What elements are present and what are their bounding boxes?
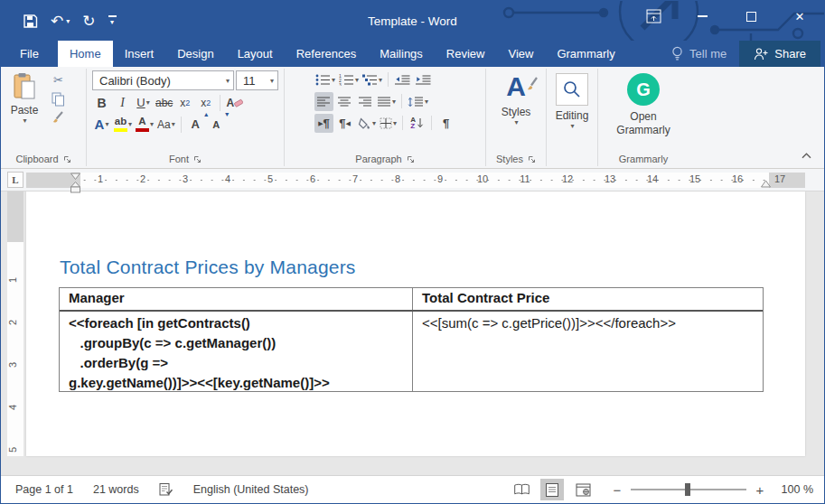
line-spacing-button[interactable]: ▾ [407, 92, 429, 111]
read-mode-button[interactable] [510, 479, 533, 500]
font-name-value: Calibri (Body) [99, 74, 225, 88]
font-name-select[interactable]: Calibri (Body) ▾ [92, 70, 234, 90]
text-highlight-button[interactable]: ab▾ [113, 115, 133, 134]
proofing-status[interactable] [159, 482, 173, 497]
read-mode-icon [513, 483, 530, 496]
eraser-icon [234, 98, 243, 107]
tab-view[interactable]: View [496, 41, 545, 67]
justify-button[interactable]: ▾ [377, 92, 397, 111]
web-layout-button[interactable] [571, 479, 595, 500]
styles-dialog-launcher-icon[interactable] [528, 155, 536, 163]
highlight-label: ab [114, 117, 127, 132]
tab-insert[interactable]: Insert [113, 41, 166, 67]
table-header-total-price[interactable]: Total Contract Price [413, 288, 763, 310]
tab-file[interactable]: File [1, 41, 58, 67]
indent-markers[interactable] [70, 173, 81, 194]
clipboard-dialog-launcher-icon[interactable] [63, 155, 71, 163]
document-page[interactable]: Total Contract Prices by Managers Manage… [26, 191, 805, 456]
document-heading[interactable]: Total Contract Prices by Managers [60, 257, 356, 278]
paragraph-group: ▾ 123▾ ▾ ▾ ▾ [285, 67, 485, 168]
zoom-out-button[interactable]: − [611, 482, 623, 498]
rtl-paragraph-button[interactable]: ¶◀ [335, 114, 354, 133]
page-number-status[interactable]: Page 1 of 1 [15, 483, 73, 496]
multilevel-list-button[interactable]: ▾ [361, 70, 383, 89]
tab-layout[interactable]: Layout [226, 41, 285, 67]
underline-button[interactable]: U▾ [134, 93, 153, 112]
align-left-button[interactable] [314, 92, 333, 111]
ltr-paragraph-button[interactable]: ▶¶ [314, 114, 333, 133]
align-right-button[interactable] [356, 92, 375, 111]
vertical-ruler[interactable]: 12345 [7, 191, 23, 456]
editing-button[interactable]: Editing ▾ [551, 70, 593, 168]
open-grammarly-button[interactable]: G Open Grammarly [605, 70, 682, 152]
hruler-number: 9 [437, 173, 443, 184]
collapse-ribbon-button[interactable] [802, 146, 811, 163]
right-indent-marker[interactable] [760, 180, 772, 188]
increase-indent-button[interactable] [414, 70, 433, 89]
tab-grammarly[interactable]: Grammarly [545, 41, 626, 67]
zoom-slider-handle[interactable] [685, 483, 690, 496]
tab-spacer [627, 41, 659, 67]
shrink-font-button[interactable]: A▼ [207, 115, 226, 134]
zoom-slider[interactable] [631, 489, 746, 490]
hruler-number: 7 [352, 173, 358, 184]
table-cell-price-template[interactable]: <<[sum(c => c.getPrice())]>><</foreach>> [413, 312, 763, 391]
table-header-manager[interactable]: Manager [60, 288, 413, 310]
ribbon-display-options-button[interactable] [629, 1, 678, 32]
tab-review[interactable]: Review [435, 41, 497, 67]
font-size-select[interactable]: 11 ▾ [236, 70, 278, 90]
tell-me-box[interactable]: Tell me [659, 41, 739, 67]
close-button[interactable]: ✕ [775, 1, 824, 32]
table-row: <<foreach [in getContracts() .groupBy(c … [60, 312, 763, 391]
tab-home[interactable]: Home [58, 41, 113, 67]
superscript-button[interactable]: x2 [196, 93, 215, 112]
maximize-button[interactable] [727, 1, 775, 32]
italic-button[interactable]: I [113, 93, 132, 112]
multilevel-caret-icon: ▾ [379, 76, 382, 84]
sort-button[interactable]: AZ [408, 114, 427, 133]
copy-button[interactable] [49, 91, 68, 107]
bullets-button[interactable]: ▾ [314, 70, 336, 89]
decrease-indent-button[interactable] [393, 70, 412, 89]
font-color-button[interactable]: A▾ [135, 115, 155, 134]
tab-selector-button[interactable]: L [7, 172, 23, 188]
superscript-mark: 2 [206, 98, 211, 107]
tab-references[interactable]: References [285, 41, 368, 67]
borders-button[interactable]: ▾ [379, 114, 398, 133]
strikethrough-button[interactable]: abc [155, 93, 173, 112]
show-hide-formatting-button[interactable]: ¶ [436, 114, 455, 133]
zoom-in-button[interactable]: + [754, 482, 766, 498]
clear-formatting-button[interactable]: A [225, 93, 244, 112]
close-icon: ✕ [795, 10, 805, 23]
subscript-button[interactable]: x2 [175, 93, 194, 112]
shading-button[interactable]: ▾ [356, 114, 377, 133]
table-cell-manager-template[interactable]: <<foreach [in getContracts() .groupBy(c … [60, 312, 413, 391]
vruler-number: 2 [7, 320, 18, 325]
paragraph-dialog-launcher-icon[interactable] [407, 155, 415, 163]
grow-font-button[interactable]: A▲ [186, 115, 205, 134]
styles-group: A Styles ▾ Styles [486, 67, 546, 168]
text-effects-button[interactable]: A▾ [92, 115, 111, 134]
format-painter-button[interactable] [49, 110, 68, 126]
numbering-button[interactable]: 123▾ [338, 70, 360, 89]
word-count-status[interactable]: 21 words [93, 483, 139, 496]
tab-mailings[interactable]: Mailings [368, 41, 435, 67]
zoom-level[interactable]: 100 % [773, 483, 813, 496]
change-case-label: Aa [157, 118, 171, 131]
print-layout-button[interactable] [540, 479, 564, 500]
align-center-button[interactable] [335, 92, 354, 111]
language-status[interactable]: English (United States) [193, 483, 309, 496]
font-dialog-launcher-icon[interactable] [193, 155, 202, 163]
minimize-button[interactable] [678, 1, 727, 32]
tab-design[interactable]: Design [165, 41, 225, 67]
bold-button[interactable]: B [92, 93, 111, 112]
cut-button[interactable]: ✂ [49, 72, 68, 88]
ribbon: Paste ▾ ✂ Clipboard Calibri [1, 67, 824, 169]
styles-button[interactable]: A Styles ▾ [491, 70, 541, 152]
share-button[interactable]: Share [739, 41, 820, 67]
change-case-button[interactable]: Aa▾ [156, 115, 176, 134]
separator [431, 116, 432, 130]
paste-button[interactable]: Paste ▾ [5, 70, 43, 152]
horizontal-ruler[interactable]: 1234567891011121314151617 [26, 173, 805, 188]
font-size-caret-icon: ▾ [270, 77, 274, 85]
